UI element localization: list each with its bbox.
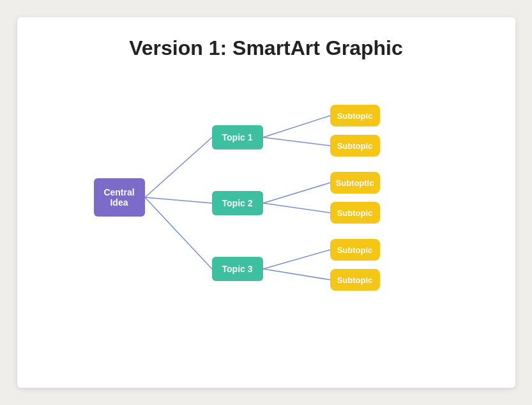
svg-line-2 [145, 197, 212, 269]
subtopic-1b-node: Subtopic [330, 135, 380, 157]
subtopic-2b-node: Subtopic [330, 202, 380, 224]
svg-line-4 [263, 137, 330, 146]
svg-line-1 [145, 197, 212, 203]
svg-line-8 [263, 269, 330, 280]
topic-3-node: Topic 3 [212, 257, 263, 281]
svg-line-5 [263, 183, 330, 203]
subtopic-2a-node: Subtoptic [330, 172, 380, 194]
topic-1-node: Topic 1 [212, 125, 263, 149]
subtopic-3b-node: Subtopic [330, 269, 380, 291]
svg-line-0 [145, 137, 212, 197]
svg-line-3 [263, 116, 330, 137]
subtopic-3a-node: Subtopic [330, 239, 380, 261]
central-idea-node: Central Idea [94, 178, 145, 217]
svg-line-7 [263, 250, 330, 269]
page-title: Version 1: SmartArt Graphic [129, 36, 403, 60]
diagram-area: Central Idea Topic 1 Topic 2 Topic 3 Sub… [87, 73, 445, 375]
svg-line-6 [263, 203, 330, 213]
slide: Version 1: SmartArt Graphic Central Idea [17, 17, 515, 388]
subtopic-1a-node: Subtopic [330, 105, 380, 126]
connectors-svg [87, 73, 445, 375]
topic-2-node: Topic 2 [212, 191, 263, 215]
